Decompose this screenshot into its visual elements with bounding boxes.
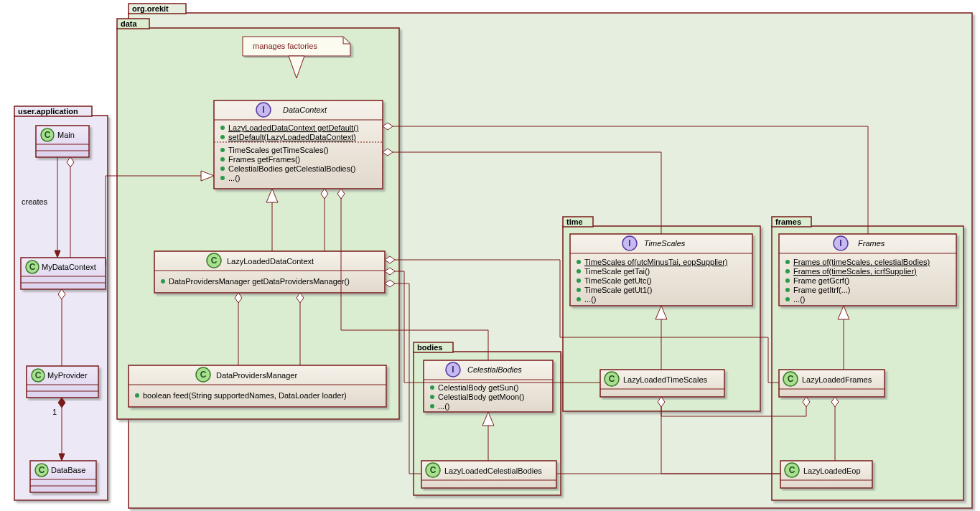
interface-celestialbodies: I CelestialBodies CelestialBody getSun()… xyxy=(424,360,553,412)
svg-text:TimeScale getTai(): TimeScale getTai() xyxy=(584,267,650,276)
svg-text:C: C xyxy=(29,262,36,272)
svg-text:...(): ...() xyxy=(228,174,241,182)
class-name: LazyLoadedCelestialBodies xyxy=(444,467,542,475)
class-name: CelestialBodies xyxy=(467,365,522,374)
svg-point-40 xyxy=(220,167,225,171)
svg-point-84 xyxy=(577,288,581,292)
svg-text:DataProvidersManager getDataPr: DataProvidersManager getDataProvidersMan… xyxy=(169,277,350,286)
class-lazyloadedframes: C LazyLoadedFrames xyxy=(779,370,885,397)
svg-text:I: I xyxy=(262,105,264,115)
svg-point-106 xyxy=(785,297,790,301)
svg-point-64 xyxy=(430,395,434,399)
class-myprovider: C MyProvider xyxy=(27,366,98,398)
svg-point-78 xyxy=(577,260,581,264)
svg-text:C: C xyxy=(211,255,218,266)
svg-text:TimeScale getUtc(): TimeScale getUtc() xyxy=(584,276,652,285)
svg-text:C: C xyxy=(788,374,794,384)
package-label: frames xyxy=(775,217,801,226)
class-name: LazyLoadedTimeScales xyxy=(623,375,707,384)
svg-text:I: I xyxy=(839,238,841,248)
svg-text:creates: creates xyxy=(22,197,48,206)
svg-text:C: C xyxy=(45,130,51,140)
package-user-application: user.application xyxy=(14,106,108,500)
svg-text:1: 1 xyxy=(52,408,57,416)
class-mydatacontext: C MyDataContext xyxy=(21,258,106,289)
svg-text:Frames of(timeScales, celestia: Frames of(timeScales, celestialBodies) xyxy=(793,258,930,266)
svg-point-54 xyxy=(135,393,139,398)
class-lazyloadedeop: C LazyLoadedEop xyxy=(780,461,872,488)
package-data: data xyxy=(117,19,399,419)
class-name: DataBase xyxy=(51,466,85,474)
interface-datacontext: I DataContext LazyLoadedDataContext getD… xyxy=(214,100,383,189)
svg-text:I: I xyxy=(452,365,454,375)
class-lazyloadeddatacontext: C LazyLoadedDataContext DataProvidersMan… xyxy=(154,251,385,293)
note-text: manages factories xyxy=(253,42,317,50)
svg-text:C: C xyxy=(609,374,615,384)
class-name: Main xyxy=(57,131,75,139)
svg-text:LazyLoadedDataContext getDefau: LazyLoadedDataContext getDefault() xyxy=(228,123,359,132)
class-name: MyProvider xyxy=(47,371,88,380)
svg-point-48 xyxy=(161,279,165,283)
class-name: MyDataContext xyxy=(42,263,96,271)
svg-text:...(): ...() xyxy=(438,402,450,411)
svg-point-86 xyxy=(577,297,581,301)
svg-point-66 xyxy=(430,404,434,408)
class-main: C Main xyxy=(36,126,89,157)
svg-point-98 xyxy=(785,260,790,264)
class-name: LazyLoadedEop xyxy=(803,467,861,475)
svg-text:C: C xyxy=(39,465,45,475)
svg-text:...(): ...() xyxy=(584,295,597,304)
svg-text:TimeScales getTimeScales(): TimeScales getTimeScales() xyxy=(228,146,329,154)
svg-point-104 xyxy=(785,288,790,292)
svg-text:TimeScale getUt1(): TimeScale getUt1() xyxy=(584,286,652,294)
svg-text:boolean feed(String supportedN: boolean feed(String supportedNames, Data… xyxy=(143,391,347,400)
svg-rect-0 xyxy=(14,116,108,500)
svg-point-102 xyxy=(785,278,790,283)
svg-rect-24 xyxy=(117,28,399,419)
svg-text:CelestialBody getMoon(): CelestialBody getMoon() xyxy=(438,393,524,401)
svg-text:I: I xyxy=(628,238,630,248)
svg-text:CelestialBodies getCelestialBo: CelestialBodies getCelestialBodies() xyxy=(228,164,355,173)
package-label: bodies xyxy=(417,343,442,352)
svg-text:Frames getFrames(): Frames getFrames() xyxy=(228,155,300,164)
svg-text:C: C xyxy=(35,370,42,380)
svg-text:C: C xyxy=(200,370,207,380)
class-lazyloadedcelestialbodies: C LazyLoadedCelestialBodies xyxy=(421,461,556,488)
package-label: time xyxy=(566,217,583,226)
package-label: user.application xyxy=(18,107,78,116)
svg-point-42 xyxy=(220,176,225,180)
svg-text:TimeScales of(utcMinusTai, eop: TimeScales of(utcMinusTai, eopSupplier) xyxy=(584,258,728,266)
class-dataprovidersmanager: C DataProvidersManager boolean feed(Stri… xyxy=(129,365,386,407)
package-label: org.orekit xyxy=(132,4,169,13)
svg-point-62 xyxy=(430,385,434,390)
interface-frames: I Frames Frames of(timeScales, celestial… xyxy=(779,234,956,306)
package-label: data xyxy=(121,19,138,28)
class-database: C DataBase xyxy=(30,461,96,492)
svg-point-34 xyxy=(220,135,225,139)
class-name: TimeScales xyxy=(644,239,686,248)
svg-text:Frames of(timeScales, icrfSupp: Frames of(timeScales, icrfSupplier) xyxy=(793,267,917,276)
svg-point-100 xyxy=(785,269,790,273)
svg-point-36 xyxy=(220,148,225,152)
svg-text:C: C xyxy=(430,465,437,475)
svg-text:Frame getItrf(...): Frame getItrf(...) xyxy=(793,286,850,294)
svg-point-32 xyxy=(220,126,225,130)
class-name: LazyLoadedDataContext xyxy=(227,257,314,266)
svg-text:Frame getGcrf(): Frame getGcrf() xyxy=(793,276,849,285)
svg-text:C: C xyxy=(789,465,795,475)
svg-text:CelestialBody getSun(): CelestialBody getSun() xyxy=(438,383,519,392)
class-lazyloadedtimescales: C LazyLoadedTimeScales xyxy=(600,370,724,397)
svg-text:setDefault(LazyLoadedDataConte: setDefault(LazyLoadedDataContext) xyxy=(228,133,356,141)
svg-point-82 xyxy=(577,278,581,283)
interface-timescales: I TimeScales TimeScales of(utcMinusTai, … xyxy=(570,234,752,306)
svg-point-80 xyxy=(577,269,581,273)
svg-text:...(): ...() xyxy=(793,295,806,304)
class-name: DataProvidersManager xyxy=(216,371,297,380)
svg-point-38 xyxy=(220,157,225,161)
class-name: DataContext xyxy=(283,106,327,114)
class-name: LazyLoadedFrames xyxy=(802,375,872,384)
class-name: Frames xyxy=(858,239,885,248)
